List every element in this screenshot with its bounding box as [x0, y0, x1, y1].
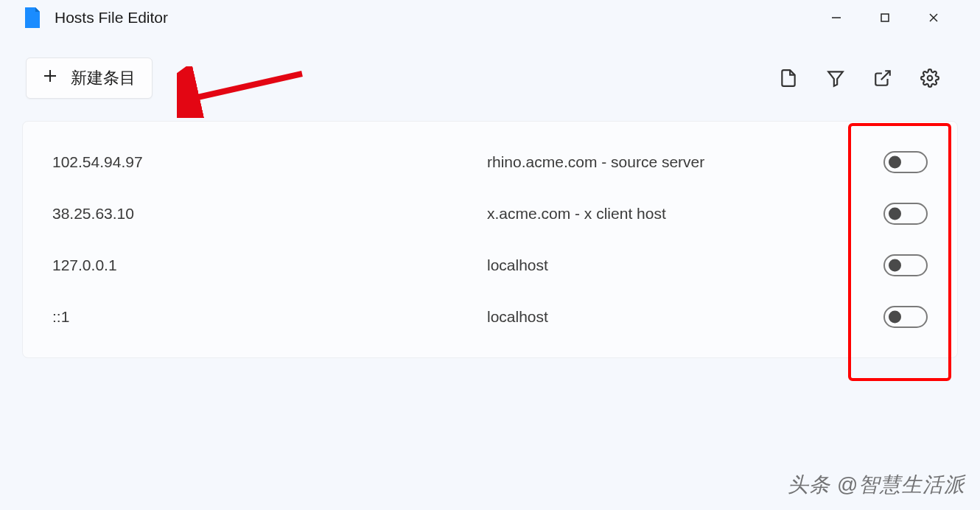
filter-icon[interactable] [826, 69, 845, 88]
watermark: 头条 @智慧生活派 [788, 471, 965, 499]
entry-host: localhost [487, 308, 883, 326]
toolbar-action-icons [779, 69, 939, 88]
app-window: Hosts File Editor 新建条目 [0, 0, 980, 510]
plus-icon [43, 69, 57, 88]
host-entry-row[interactable]: 38.25.63.10 x.acme.com - x client host [23, 188, 957, 240]
svg-marker-6 [828, 71, 843, 86]
window-controls [819, 6, 973, 29]
entry-ip: 127.0.0.1 [52, 256, 487, 274]
entry-toggle[interactable] [883, 306, 928, 328]
entry-host: x.acme.com - x client host [487, 205, 883, 223]
svg-line-7 [881, 71, 890, 80]
gear-icon[interactable] [920, 69, 939, 88]
entry-ip: ::1 [52, 308, 487, 326]
toolbar: 新建条目 [0, 35, 980, 113]
new-entry-button[interactable]: 新建条目 [26, 57, 153, 99]
app-icon [22, 7, 40, 28]
app-title: Hosts File Editor [55, 9, 819, 27]
entries-panel: 102.54.94.97 rhino.acme.com - source ser… [22, 121, 958, 358]
new-entry-label: 新建条目 [71, 67, 136, 89]
maximize-button[interactable] [868, 6, 902, 29]
entry-ip: 38.25.63.10 [52, 205, 487, 223]
host-entry-row[interactable]: ::1 localhost [23, 291, 957, 343]
file-icon[interactable] [779, 69, 798, 88]
entry-toggle[interactable] [883, 203, 928, 225]
svg-rect-1 [881, 14, 889, 21]
host-entry-row[interactable]: 102.54.94.97 rhino.acme.com - source ser… [23, 136, 957, 188]
open-external-icon[interactable] [873, 69, 892, 88]
entry-ip: 102.54.94.97 [52, 153, 487, 171]
svg-point-8 [928, 76, 933, 81]
close-button[interactable] [917, 6, 951, 29]
entry-toggle[interactable] [883, 151, 928, 173]
host-entry-row[interactable]: 127.0.0.1 localhost [23, 240, 957, 291]
titlebar: Hosts File Editor [0, 0, 980, 35]
minimize-button[interactable] [819, 6, 853, 29]
entry-host: rhino.acme.com - source server [487, 153, 883, 171]
entry-toggle[interactable] [883, 254, 928, 276]
entry-host: localhost [487, 256, 883, 274]
